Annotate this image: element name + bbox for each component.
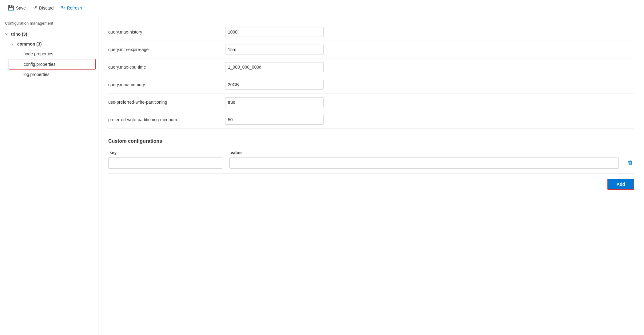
file-item-log-properties[interactable]: log.properties	[6, 70, 98, 80]
delete-row-button[interactable]	[626, 158, 634, 168]
config-row: query.max-cpu-time	[108, 58, 634, 76]
file-label-config: config.properties	[24, 62, 56, 67]
col-value-header: value	[229, 150, 634, 155]
custom-table-header: key value	[108, 150, 634, 155]
config-key-label: query.min-expire-age	[108, 47, 225, 52]
config-key-label: query.max-cpu-time	[108, 65, 225, 70]
config-value-input[interactable]	[225, 62, 324, 72]
config-value-input[interactable]	[225, 80, 324, 90]
tree-label-trino: trino (3)	[11, 32, 27, 37]
file-label-node: node.properties	[23, 51, 53, 56]
custom-input-row	[108, 158, 634, 169]
custom-value-input[interactable]	[229, 158, 619, 169]
tree-item-common[interactable]: ∨ common (3)	[6, 39, 98, 49]
chevron-down-icon: ∨	[5, 32, 11, 36]
add-button[interactable]: Add	[607, 179, 634, 190]
refresh-button[interactable]: ↻ Refresh	[58, 3, 85, 13]
config-key-label: query.max-memory	[108, 82, 225, 87]
col-key-header: key	[108, 150, 222, 155]
config-value-input[interactable]	[225, 27, 324, 37]
save-button[interactable]: 💾 Save	[5, 3, 29, 13]
main-layout: Configuration management ∨ trino (3) ∨ c…	[0, 16, 644, 335]
config-key-label: query.max-history	[108, 30, 225, 34]
custom-configurations: Custom configurations key value Add	[108, 138, 634, 190]
svg-rect-0	[628, 161, 632, 162]
config-row: preferred-write-partitioning-min-num...	[108, 111, 634, 129]
refresh-icon: ↻	[61, 5, 65, 11]
discard-button[interactable]: ↺ Discard	[30, 3, 57, 13]
config-row: query.max-memory	[108, 76, 634, 94]
config-rows: query.max-historyquery.min-expire-ageque…	[108, 23, 634, 129]
config-key-label: preferred-write-partitioning-min-num...	[108, 117, 225, 122]
file-item-node-properties[interactable]: node.properties	[6, 49, 98, 59]
svg-rect-1	[630, 160, 631, 161]
file-item-config-properties[interactable]: config.properties	[9, 59, 96, 70]
config-row: use-preferred-write-partitioning	[108, 94, 634, 111]
save-icon: 💾	[8, 5, 14, 11]
config-value-input[interactable]	[225, 115, 324, 125]
tree-label-common: common (3)	[17, 42, 42, 46]
file-label-log: log.properties	[23, 72, 50, 77]
config-row: query.max-history	[108, 23, 634, 41]
config-key-label: use-preferred-write-partitioning	[108, 100, 225, 105]
chevron-down-icon-common: ∨	[11, 42, 17, 46]
tree-item-trino[interactable]: ∨ trino (3)	[0, 29, 98, 39]
sidebar: Configuration management ∨ trino (3) ∨ c…	[0, 16, 98, 335]
custom-rows	[108, 158, 634, 169]
sidebar-title: Configuration management	[0, 21, 98, 29]
discard-icon: ↺	[33, 5, 37, 11]
custom-key-input[interactable]	[108, 158, 222, 169]
content-area: query.max-historyquery.min-expire-ageque…	[98, 16, 644, 335]
config-value-input[interactable]	[225, 97, 324, 107]
add-row: Add	[108, 173, 634, 190]
custom-section-title: Custom configurations	[108, 138, 634, 144]
config-row: query.min-expire-age	[108, 41, 634, 58]
config-value-input[interactable]	[225, 45, 324, 54]
toolbar: 💾 Save ↺ Discard ↻ Refresh	[0, 0, 644, 16]
